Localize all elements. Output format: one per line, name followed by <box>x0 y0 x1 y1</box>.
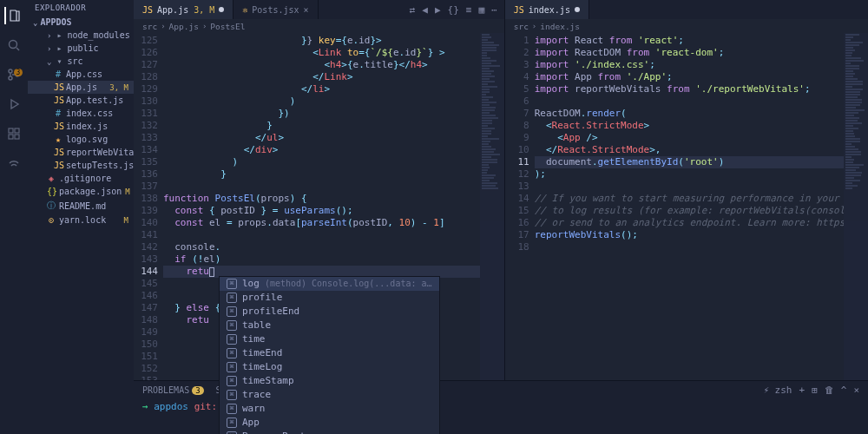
suggest-item[interactable]: ⌘trace <box>220 388 439 402</box>
breadcrumb-left[interactable]: src › App.js › PostsEl <box>134 19 504 33</box>
svg-point-0 <box>10 41 17 49</box>
code-area-left[interactable]: 1251261271281291301311321331341351361371… <box>134 33 504 434</box>
tree-item[interactable]: JSreportWebVitals.js <box>28 146 134 159</box>
tab-action-icon[interactable]: {} <box>448 4 459 16</box>
suggest-kind-icon: ⌘ <box>227 418 237 428</box>
tree-item[interactable]: ⌄▾src <box>28 55 134 68</box>
suggest-item[interactable]: ⌘time <box>220 332 439 346</box>
suggest-item[interactable]: ⌘table <box>220 319 439 332</box>
suggest-kind-icon: ⌘ <box>227 362 237 372</box>
chevron-icon: › <box>47 31 51 40</box>
tab-action-icon[interactable]: ▶ <box>435 4 441 16</box>
breadcrumb-right[interactable]: src › index.js <box>505 19 868 33</box>
tab-action-icon[interactable]: ≡ <box>466 4 472 16</box>
intellisense-popup[interactable]: ⌘log(method) Console.log(...data: a…⌘pro… <box>219 276 440 434</box>
suggest-item[interactable]: ⌘timeLog <box>220 360 439 374</box>
tree-item[interactable]: JSsetupTests.js <box>28 159 134 172</box>
file-icon: JS <box>54 95 62 105</box>
explorer-icon[interactable] <box>4 7 22 24</box>
editor-tab[interactable]: ⚛Posts.jsx× <box>233 0 318 19</box>
code-right[interactable]: import React from 'react';import ReactDO… <box>535 33 844 434</box>
tree-item-label: index.css <box>66 108 113 118</box>
svg-rect-6 <box>9 135 13 139</box>
activity-bar: 3 <box>0 0 28 434</box>
suggest-label: table <box>242 319 271 332</box>
close-panel-icon[interactable]: × <box>853 385 859 396</box>
tree-item[interactable]: JSApp.js3, M <box>28 81 134 94</box>
tree-item[interactable]: ⊙yarn.lockM <box>28 214 134 227</box>
dirty-dot-icon <box>575 7 580 12</box>
crumb[interactable]: src <box>514 22 529 31</box>
modified-badge: M <box>124 216 128 225</box>
suggest-kind-icon: ⌘ <box>227 404 237 414</box>
modified-badge: M <box>125 187 129 196</box>
trash-icon[interactable]: 🗑 <box>825 385 834 396</box>
crumb[interactable]: src <box>142 22 157 31</box>
file-icon: ⊙ <box>47 215 56 225</box>
tab-action-icon[interactable]: ⋯ <box>491 4 497 16</box>
panel-tab[interactable]: PROBLEMAS3 <box>142 385 204 395</box>
file-icon: JS <box>54 148 62 157</box>
suggest-item[interactable]: ⌘log(method) Console.log(...data: a… <box>220 277 439 291</box>
tab-action-icon[interactable]: ⇄ <box>410 4 416 16</box>
crumb[interactable]: index.js <box>540 22 580 31</box>
suggest-item[interactable]: ⌘timeStamp <box>220 374 439 388</box>
tab-bar-left: JSApp.js 3, M⚛Posts.jsx×⇄◀▶{}≡▦⋯ <box>134 0 504 19</box>
remote-icon[interactable] <box>5 155 23 172</box>
suggest-item[interactable]: ⌘timeEnd <box>220 346 439 360</box>
tree-item[interactable]: #index.css <box>28 107 134 120</box>
suggest-item[interactable]: ⌘BrowserRouter <box>220 430 439 434</box>
minimap-left[interactable] <box>480 33 504 434</box>
tree-item[interactable]: {}package.jsonM <box>28 185 134 198</box>
editor-tab[interactable]: JSApp.js 3, M <box>134 0 233 19</box>
tab-action-icon[interactable]: ◀ <box>422 4 428 16</box>
tab-action-icon[interactable]: ▦ <box>478 4 484 16</box>
new-terminal-icon[interactable]: + <box>799 385 806 396</box>
tab-label: Posts.jsx <box>252 5 299 15</box>
suggest-item[interactable]: ⌘warn <box>220 402 439 416</box>
split-terminal-icon[interactable]: ⊞ <box>812 385 818 396</box>
file-icon: # <box>54 69 62 79</box>
editor-tab[interactable]: JSindex.js <box>505 0 589 19</box>
crumb[interactable]: PostsEl <box>210 22 245 31</box>
file-icon: ◈ <box>47 174 56 183</box>
tab-file-icon: JS <box>142 5 153 15</box>
tree-item[interactable]: JSindex.js <box>28 120 134 133</box>
tree-item[interactable]: ›▸node_modules <box>28 29 134 42</box>
suggest-kind-icon: ⌘ <box>227 293 237 303</box>
extensions-icon[interactable] <box>5 125 23 142</box>
crumb[interactable]: App.js <box>169 22 199 31</box>
file-icon: ▾ <box>55 56 63 66</box>
debug-icon[interactable] <box>5 95 23 113</box>
tree-item[interactable]: ›▸public <box>28 42 134 55</box>
search-icon[interactable] <box>5 36 23 54</box>
sidebar: EXPLORADOR ⌄APPDOS ›▸node_modules›▸publi… <box>28 0 134 434</box>
suggest-label: log <box>242 278 260 290</box>
tree-item[interactable]: #App.css <box>28 68 134 81</box>
code-left[interactable]: }} key={e.id}> <Link to={`/${e.id}`} > <… <box>163 33 480 434</box>
source-control-icon[interactable]: 3 <box>5 66 23 83</box>
code-area-right[interactable]: 123456789101112131415161718 import React… <box>505 33 868 434</box>
suggest-kind-icon: ⌘ <box>227 279 237 289</box>
suggest-item[interactable]: ⌘profileEnd <box>220 305 439 319</box>
maximize-icon[interactable]: ^ <box>841 385 847 396</box>
gutter-left: 1251261271281291301311321331341351361371… <box>134 33 163 434</box>
suggest-item[interactable]: ⌘profile <box>220 291 439 305</box>
project-title[interactable]: ⌄APPDOS <box>28 16 134 29</box>
close-icon[interactable]: × <box>304 5 309 15</box>
tree-item[interactable]: ⓘREADME.md <box>28 198 134 214</box>
suggest-item[interactable]: ⌘App <box>220 416 439 430</box>
prompt-arrow: → <box>142 401 148 412</box>
suggest-label: profile <box>242 292 282 304</box>
modified-badge: 3, M <box>109 83 128 92</box>
minimap-right[interactable] <box>844 33 868 434</box>
shell-label[interactable]: ⚡ zsh <box>763 385 792 396</box>
panel-actions: ⚡ zsh+⊞🗑^× <box>763 385 859 396</box>
suggest-kind-icon: ⌘ <box>227 348 237 358</box>
tree-item-label: yarn.lock <box>59 215 106 225</box>
scm-badge: 3 <box>14 69 23 76</box>
tree-item[interactable]: ◈.gitignore <box>28 172 134 185</box>
tree-item[interactable]: ★logo.svg <box>28 133 134 146</box>
suggest-kind-icon: ⌘ <box>227 334 237 345</box>
tree-item[interactable]: JSApp.test.js <box>28 94 134 107</box>
